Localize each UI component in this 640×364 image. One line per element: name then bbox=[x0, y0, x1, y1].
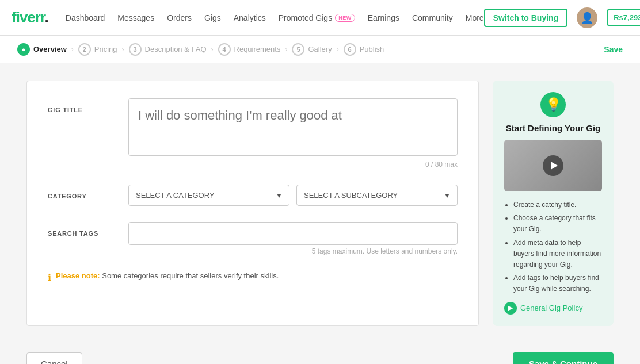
gig-title-label-col: GIG TITLE bbox=[48, 98, 128, 168]
category-selects: SELECT A CATEGORY ▼ SELECT A SUBCATEGORY… bbox=[128, 185, 458, 206]
notice-icon: ℹ bbox=[48, 272, 51, 283]
category-select-wrapper: SELECT A CATEGORY ▼ bbox=[128, 185, 289, 206]
tip-3: Add meta data to help buyers find more i… bbox=[513, 237, 602, 271]
step-num-requirements: 4 bbox=[218, 43, 231, 56]
sep-2: › bbox=[122, 45, 124, 53]
category-select[interactable]: SELECT A CATEGORY bbox=[128, 185, 289, 206]
nav-gigs[interactable]: Gigs bbox=[204, 13, 221, 22]
play-button[interactable] bbox=[543, 155, 563, 176]
breadcrumb-step-pricing[interactable]: 2 Pricing bbox=[78, 43, 117, 56]
nav-orders[interactable]: Orders bbox=[167, 13, 192, 22]
avatar[interactable]: 👤 bbox=[577, 7, 597, 28]
subcategory-select[interactable]: SELECT A SUBCATEGORY bbox=[296, 185, 458, 206]
nav-earnings[interactable]: Earnings bbox=[368, 13, 399, 22]
category-label: CATEGORY bbox=[48, 193, 87, 200]
save-continue-button[interactable]: Save & Continue bbox=[513, 352, 614, 365]
switch-to-buying-button[interactable]: Switch to Buying bbox=[484, 9, 568, 27]
tags-hint: 5 tags maximum. Use letters and numbers … bbox=[128, 247, 458, 255]
lightbulb-icon: 💡 bbox=[540, 92, 566, 117]
search-tags-label: SEARCH TAGS bbox=[48, 230, 98, 237]
side-panel: 💡 Start Defining Your Gig Create a catch… bbox=[493, 81, 614, 326]
cancel-button[interactable]: Cancel bbox=[26, 352, 82, 365]
breadcrumb-step-gallery[interactable]: 5 Gallery bbox=[292, 43, 332, 56]
gig-title-field-col: 0 / 80 max bbox=[128, 98, 458, 168]
play-triangle-icon bbox=[551, 162, 558, 170]
category-field-col: SELECT A CATEGORY ▼ SELECT A SUBCATEGORY… bbox=[128, 185, 458, 206]
nav-analytics[interactable]: Analytics bbox=[234, 13, 266, 22]
video-thumbnail[interactable] bbox=[504, 140, 602, 191]
nav-dashboard[interactable]: Dashboard bbox=[66, 13, 105, 22]
side-card-icon-wrap: 💡 bbox=[504, 92, 602, 117]
balance-button[interactable]: Rs7,293.32 bbox=[607, 9, 640, 26]
new-badge: NEW bbox=[335, 14, 355, 22]
notice-text: Please note: Some categories require tha… bbox=[56, 271, 279, 280]
policy-link[interactable]: ▶ General Gig Policy bbox=[504, 302, 602, 315]
navbar: fiverr. Dashboard Messages Orders Gigs A… bbox=[0, 0, 640, 36]
main-content: GIG TITLE 0 / 80 max CATEGORY SELECT A C… bbox=[3, 63, 637, 343]
gig-title-row: GIG TITLE 0 / 80 max bbox=[48, 98, 458, 168]
sep-5: › bbox=[337, 45, 339, 53]
save-link[interactable]: Save bbox=[604, 45, 623, 54]
category-row: CATEGORY SELECT A CATEGORY ▼ SELECT A SU… bbox=[48, 185, 458, 206]
breadcrumb-bar: ● Overview › 2 Pricing › 3 Description &… bbox=[0, 36, 640, 63]
policy-icon: ▶ bbox=[504, 302, 517, 315]
step-icon-overview: ● bbox=[17, 43, 30, 56]
sep-3: › bbox=[211, 45, 214, 53]
nav-community[interactable]: Community bbox=[412, 13, 453, 22]
search-tags-field-col: 5 tags maximum. Use letters and numbers … bbox=[128, 222, 458, 255]
category-label-col: CATEGORY bbox=[48, 185, 128, 206]
side-tips: Create a catchy title. Choose a category… bbox=[504, 200, 602, 295]
breadcrumb-items: ● Overview › 2 Pricing › 3 Description &… bbox=[17, 43, 604, 56]
form-panel: GIG TITLE 0 / 80 max CATEGORY SELECT A C… bbox=[26, 81, 479, 326]
search-tags-row: SEARCH TAGS 5 tags maximum. Use letters … bbox=[48, 222, 458, 255]
breadcrumb-step-description[interactable]: 3 Description & FAQ bbox=[129, 43, 207, 56]
nav-promoted-gigs[interactable]: Promoted Gigs NEW bbox=[279, 13, 355, 22]
sep-4: › bbox=[285, 45, 287, 53]
brand-logo[interactable]: fiverr. bbox=[12, 9, 48, 26]
side-card: 💡 Start Defining Your Gig Create a catch… bbox=[493, 81, 614, 326]
navbar-right: Switch to Buying 👤 Rs7,293.32 bbox=[484, 7, 640, 28]
search-tags-input[interactable] bbox=[128, 222, 458, 245]
step-num-publish: 6 bbox=[344, 43, 356, 56]
tip-1: Create a catchy title. bbox=[513, 200, 602, 210]
gig-title-input[interactable] bbox=[128, 98, 458, 156]
search-tags-label-col: SEARCH TAGS bbox=[48, 222, 128, 255]
nav-links: Dashboard Messages Orders Gigs Analytics… bbox=[66, 13, 484, 22]
step-num-pricing: 2 bbox=[78, 43, 91, 56]
notice: ℹ Please note: Some categories require t… bbox=[48, 271, 458, 283]
char-count: 0 / 80 max bbox=[128, 160, 458, 168]
breadcrumb-step-overview[interactable]: ● Overview bbox=[17, 43, 67, 56]
step-num-gallery: 5 bbox=[292, 43, 304, 56]
subcategory-select-wrapper: SELECT A SUBCATEGORY ▼ bbox=[296, 185, 458, 206]
breadcrumb-step-requirements[interactable]: 4 Requirements bbox=[218, 43, 281, 56]
sep-1: › bbox=[71, 45, 74, 53]
bottom-actions: Cancel Save & Continue bbox=[3, 343, 637, 365]
side-card-title: Start Defining Your Gig bbox=[504, 123, 602, 133]
breadcrumb-step-publish[interactable]: 6 Publish bbox=[344, 43, 384, 56]
nav-more[interactable]: More bbox=[466, 13, 484, 22]
nav-messages[interactable]: Messages bbox=[117, 13, 154, 22]
tip-4: Add tags to help buyers find your Gig wh… bbox=[513, 273, 602, 294]
tip-2: Choose a category that fits your Gig. bbox=[513, 213, 602, 235]
step-num-description: 3 bbox=[129, 43, 142, 56]
gig-title-label: GIG TITLE bbox=[48, 106, 83, 113]
